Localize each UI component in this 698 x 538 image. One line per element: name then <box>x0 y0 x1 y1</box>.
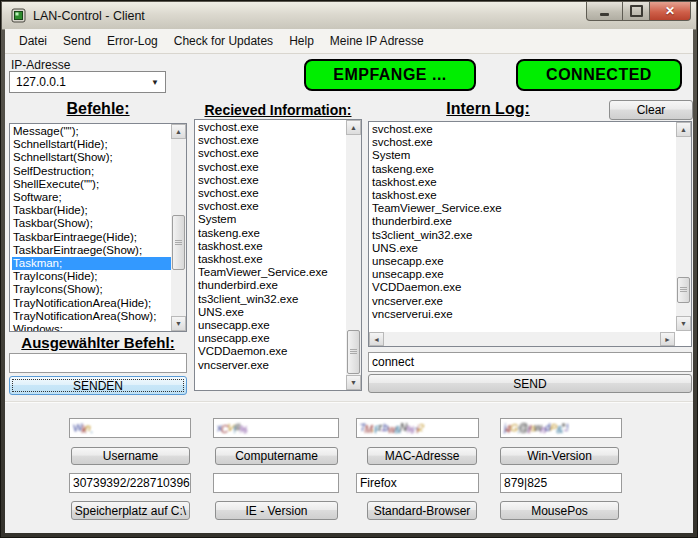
clear-button[interactable]: Clear <box>609 100 693 120</box>
scroll-down-icon[interactable]: ▼ <box>676 316 691 331</box>
intern-log-hscrollbar[interactable]: ◄ ► <box>369 332 675 346</box>
menu-datei[interactable]: Datei <box>11 30 55 52</box>
list-item[interactable]: Message(""); <box>12 125 186 138</box>
speicherplatz-button[interactable]: Speicherplatz auf C:\ <box>71 501 190 520</box>
received-scrollbar[interactable]: ▲ ▼ <box>346 120 361 390</box>
list-item[interactable]: ts3client_win32.exe <box>371 229 691 242</box>
ip-address-combobox[interactable]: 127.0.0.1 ▼ <box>9 71 166 93</box>
list-item[interactable]: unsecapp.exe <box>371 268 691 281</box>
list-item[interactable]: TeamViewer_Service.exe <box>371 202 691 215</box>
connected-status-button[interactable]: CONNECTED <box>516 59 682 91</box>
list-item[interactable]: ts3client_win32.exe <box>197 293 361 306</box>
selected-command-field[interactable] <box>9 353 187 373</box>
win-version-value-field[interactable]: j4G:@l !s wnd P&*-! <box>500 418 622 438</box>
list-item[interactable]: Software; <box>12 191 186 204</box>
list-item[interactable]: unsecapp.exe <box>197 319 361 332</box>
standard-browser-value-field[interactable]: Firefox <box>356 473 479 493</box>
list-item[interactable]: taskhost.exe <box>371 176 691 189</box>
list-item[interactable]: thunderbird.exe <box>371 215 691 228</box>
list-item[interactable]: vncserverui.exe <box>371 308 691 321</box>
list-item[interactable]: SelfDestruction; <box>12 165 186 178</box>
list-item[interactable]: TrayNotificationArea(Hide); <box>12 297 186 310</box>
list-item[interactable]: System <box>197 213 361 226</box>
list-item[interactable]: VCDDaemon.exe <box>371 281 691 294</box>
senden-button[interactable]: SENDEN <box>9 376 187 395</box>
list-item[interactable]: VCDDaemon.exe <box>197 345 361 358</box>
scrollbar-thumb[interactable] <box>347 330 360 374</box>
list-item[interactable]: Taskman; <box>12 257 186 270</box>
list-item[interactable]: Taskbar(Hide); <box>12 204 186 217</box>
standard-browser-button[interactable]: Standard-Browser <box>367 501 477 520</box>
befehle-scrollbar[interactable]: ▲ ▼ <box>171 124 186 331</box>
mac-adresse-value-field[interactable]: 7M,Fr-bw &N%-i2 <box>356 418 479 438</box>
menu-send[interactable]: Send <box>55 30 99 52</box>
scroll-down-icon[interactable]: ▼ <box>346 375 361 390</box>
list-item[interactable]: unsecapp.exe <box>197 332 361 345</box>
list-item[interactable]: UNS.exe <box>371 242 691 255</box>
list-item[interactable]: taskhost.exe <box>197 240 361 253</box>
list-item[interactable]: thunderbird.exe <box>197 279 361 292</box>
menu-help[interactable]: Help <box>281 30 322 52</box>
list-item[interactable]: TrayIcons(Show); <box>12 283 186 296</box>
close-button[interactable]: ✕ <box>649 2 691 21</box>
list-item[interactable]: vncserver.exe <box>197 359 361 372</box>
username-value-field[interactable]: Wkn. <box>69 418 191 438</box>
list-item[interactable]: TaskbarEintraege(Hide); <box>12 231 186 244</box>
win-version-button[interactable]: Win-Version <box>500 447 619 465</box>
scrollbar-thumb[interactable] <box>677 277 690 303</box>
list-item[interactable]: svchost.exe <box>197 161 361 174</box>
scroll-up-icon[interactable]: ▲ <box>171 124 186 139</box>
received-information-listbox[interactable]: svchost.exesvchost.exesvchost.exesvchost… <box>194 119 362 391</box>
list-item[interactable]: svchost.exe <box>197 121 361 134</box>
list-item[interactable]: ShellExecute(""); <box>12 178 186 191</box>
list-item[interactable]: svchost.exe <box>197 174 361 187</box>
list-item[interactable]: taskeng.exe <box>197 227 361 240</box>
list-item[interactable]: taskhost.exe <box>371 189 691 202</box>
list-item[interactable]: taskeng.exe <box>371 163 691 176</box>
ie-version-value-field[interactable] <box>213 473 339 493</box>
computername-value-field[interactable]: xCV!#% <box>213 418 339 438</box>
scroll-up-icon[interactable]: ▲ <box>346 120 361 135</box>
list-item[interactable]: svchost.exe <box>371 136 691 149</box>
mousepos-value-field[interactable]: 879|825 <box>500 473 622 493</box>
list-item[interactable]: svchost.exe <box>197 134 361 147</box>
list-item[interactable]: TrayNotificationArea(Show); <box>12 310 186 323</box>
list-item[interactable]: System <box>371 149 691 162</box>
maximize-button[interactable] <box>623 2 649 21</box>
empfange-status-button[interactable]: EMPFANGE ... <box>304 59 476 91</box>
list-item[interactable]: svchost.exe <box>197 200 361 213</box>
list-item[interactable]: svchost.exe <box>197 187 361 200</box>
list-item[interactable]: Schnellstart(Hide); <box>12 138 186 151</box>
menu-meine-ip-adresse[interactable]: Meine IP Adresse <box>322 30 432 52</box>
list-item[interactable]: Schnellstart(Show); <box>12 151 186 164</box>
send-button[interactable]: SEND <box>368 374 692 393</box>
scroll-up-icon[interactable]: ▲ <box>676 122 691 137</box>
list-item[interactable]: TrayIcons(Hide); <box>12 270 186 283</box>
intern-log-listbox[interactable]: svchost.exesvchost.exeSystemtaskeng.exet… <box>368 121 692 347</box>
list-item[interactable]: taskhost.exe <box>197 253 361 266</box>
mac-adresse-button[interactable]: MAC-Adresse <box>367 447 477 465</box>
list-item[interactable]: UNS.exe <box>197 306 361 319</box>
menu-error-log[interactable]: Error-Log <box>99 30 166 52</box>
scroll-right-icon[interactable]: ► <box>660 332 675 346</box>
computername-button[interactable]: Computername <box>215 447 338 465</box>
connect-input[interactable]: connect <box>368 352 692 372</box>
intern-log-vscrollbar[interactable]: ▲ ▼ <box>676 122 691 331</box>
menu-check-for-updates[interactable]: Check for Updates <box>166 30 281 52</box>
befehle-listbox[interactable]: Message("");Schnellstart(Hide);Schnellst… <box>9 123 187 332</box>
scroll-down-icon[interactable]: ▼ <box>171 316 186 331</box>
list-item[interactable]: TaskbarEintraege(Show); <box>12 244 186 257</box>
scrollbar-thumb[interactable] <box>172 215 185 270</box>
mousepos-button[interactable]: MousePos <box>500 501 619 520</box>
diskspace-value-field[interactable]: 30739392/228710396 kl <box>69 473 191 493</box>
username-button[interactable]: Username <box>71 447 190 465</box>
list-item[interactable]: svchost.exe <box>197 147 361 160</box>
list-item[interactable]: TeamViewer_Service.exe <box>197 266 361 279</box>
ie-version-button[interactable]: IE - Version <box>215 501 338 520</box>
scroll-left-icon[interactable]: ◄ <box>369 332 384 346</box>
list-item[interactable]: Windows; <box>12 323 186 332</box>
minimize-button[interactable] <box>586 2 623 21</box>
list-item[interactable]: unsecapp.exe <box>371 255 691 268</box>
list-item[interactable]: svchost.exe <box>371 123 691 136</box>
list-item[interactable]: Taskbar(Show); <box>12 217 186 230</box>
